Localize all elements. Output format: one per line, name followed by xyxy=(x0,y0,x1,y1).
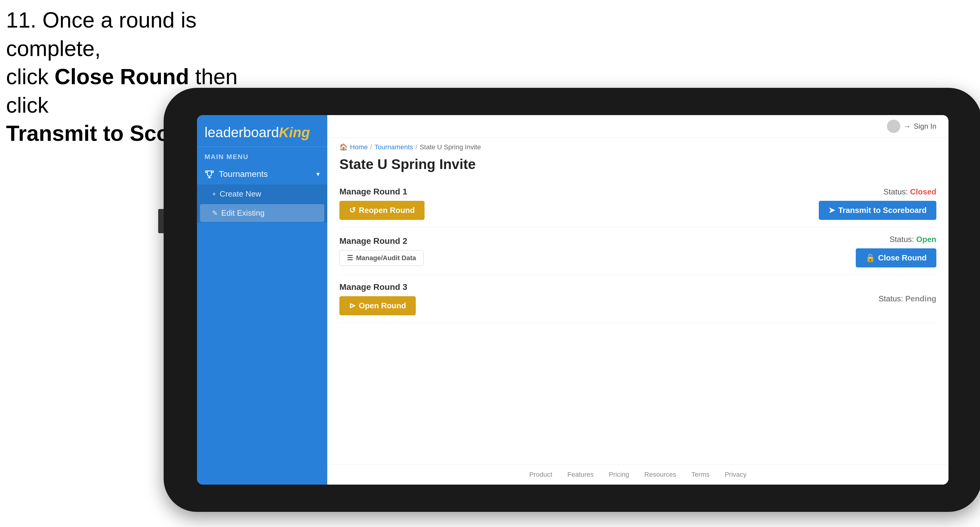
sign-in-label: → xyxy=(903,122,911,130)
page-title: State U Spring Invite xyxy=(339,156,936,172)
close-round-button[interactable]: 🔒 Close Round xyxy=(856,248,936,267)
round-3-status-value: Pending xyxy=(905,294,936,303)
transmit-to-scoreboard-button[interactable]: ➤ Transmit to Scoreboard xyxy=(819,201,936,220)
create-new-label: Create New xyxy=(220,189,261,199)
breadcrumb-sep2: / xyxy=(415,143,417,151)
round-row-3: Manage Round 3 ⊳ Open Round Status: Pend… xyxy=(339,275,936,323)
open-round-label: Open Round xyxy=(359,301,406,310)
audit-label: Manage/Audit Data xyxy=(356,254,416,262)
audit-icon: ☰ xyxy=(347,254,353,262)
round-1-right: Status: Closed ➤ Transmit to Scoreboard xyxy=(819,187,936,220)
open-round-button[interactable]: ⊳ Open Round xyxy=(339,296,416,315)
round-2-right: Status: Open 🔒 Close Round xyxy=(856,235,936,267)
chevron-down-icon: ▾ xyxy=(317,170,320,178)
round-3-title: Manage Round 3 xyxy=(339,282,416,292)
sidebar-menu-label: MAIN MENU xyxy=(197,147,327,164)
main-content: → Sign In 🏠 Home / Tournaments / State U… xyxy=(327,115,948,484)
round-1-status-value: Closed xyxy=(910,187,936,196)
transmit-label: Transmit to Scoreboard xyxy=(838,206,927,215)
app-container: leaderboardKing MAIN MENU Tournaments ▾ … xyxy=(197,115,948,484)
plus-icon: + xyxy=(212,190,216,198)
round-1-title: Manage Round 1 xyxy=(339,187,425,197)
round-3-status: Status: Pending xyxy=(878,294,936,303)
top-nav: → Sign In xyxy=(327,115,948,138)
reopen-icon: ↺ xyxy=(349,206,356,215)
round-2-status: Status: Open xyxy=(889,235,936,244)
footer-pricing[interactable]: Pricing xyxy=(609,471,629,479)
sidebar: leaderboardKing MAIN MENU Tournaments ▾ … xyxy=(197,115,327,484)
open-icon: ⊳ xyxy=(349,301,356,310)
round-3-left: Manage Round 3 ⊳ Open Round xyxy=(339,282,416,315)
round-1-left: Manage Round 1 ↺ Reopen Round xyxy=(339,187,425,220)
round-row-2: Manage Round 2 ☰ Manage/Audit Data Statu… xyxy=(339,227,936,275)
footer-resources[interactable]: Resources xyxy=(644,471,676,479)
sidebar-item-tournaments[interactable]: Tournaments ▾ xyxy=(197,164,327,184)
tablet-device: leaderboardKing MAIN MENU Tournaments ▾ … xyxy=(164,88,980,512)
logo-king: King xyxy=(279,124,310,140)
transmit-icon: ➤ xyxy=(829,206,835,215)
sidebar-sub-items: + Create New ✎ Edit Existing xyxy=(197,184,327,222)
rounds-container: Manage Round 1 ↺ Reopen Round Status: Cl… xyxy=(327,179,948,464)
close-round-label: Close Round xyxy=(878,253,927,263)
breadcrumb-sep1: / xyxy=(370,143,372,151)
edit-existing-label: Edit Existing xyxy=(221,208,264,218)
trophy-icon xyxy=(205,169,214,179)
footer-privacy[interactable]: Privacy xyxy=(725,471,746,479)
round-1-status: Status: Closed xyxy=(883,187,936,197)
breadcrumb-current: State U Spring Invite xyxy=(420,143,481,151)
instruction-bold1: Close Round xyxy=(54,65,189,89)
reopen-label: Reopen Round xyxy=(359,206,415,215)
breadcrumb: 🏠 Home / Tournaments / State U Spring In… xyxy=(327,138,948,154)
round-2-status-value: Open xyxy=(916,235,936,244)
user-avatar-icon xyxy=(887,120,900,133)
edit-icon: ✎ xyxy=(212,209,218,217)
close-icon: 🔒 xyxy=(865,253,875,263)
manage-audit-button[interactable]: ☰ Manage/Audit Data xyxy=(339,250,424,266)
sign-in-button[interactable]: → Sign In xyxy=(887,120,936,133)
footer: Product Features Pricing Resources Terms… xyxy=(327,464,948,484)
footer-product[interactable]: Product xyxy=(529,471,552,479)
round-2-title: Manage Round 2 xyxy=(339,236,424,246)
sidebar-edit-existing[interactable]: ✎ Edit Existing xyxy=(200,204,324,222)
instruction-line1: 11. Once a round is complete, xyxy=(6,8,196,60)
breadcrumb-home[interactable]: Home xyxy=(350,143,368,151)
footer-terms[interactable]: Terms xyxy=(692,471,710,479)
round-3-right: Status: Pending xyxy=(878,294,936,303)
round-2-left: Manage Round 2 ☰ Manage/Audit Data xyxy=(339,236,424,266)
breadcrumb-tournaments[interactable]: Tournaments xyxy=(375,143,413,151)
tablet-screen: leaderboardKing MAIN MENU Tournaments ▾ … xyxy=(197,115,948,484)
page-header: State U Spring Invite xyxy=(327,154,948,179)
logo: leaderboardKing xyxy=(205,124,320,141)
tournaments-label: Tournaments xyxy=(219,169,268,179)
round-row-1: Manage Round 1 ↺ Reopen Round Status: Cl… xyxy=(339,179,936,227)
sign-in-text: Sign In xyxy=(914,122,936,130)
reopen-round-button[interactable]: ↺ Reopen Round xyxy=(339,201,425,220)
sidebar-logo: leaderboardKing xyxy=(197,115,327,147)
sidebar-create-new[interactable]: + Create New xyxy=(197,184,327,203)
footer-features[interactable]: Features xyxy=(567,471,593,479)
breadcrumb-icon: 🏠 xyxy=(339,143,348,151)
